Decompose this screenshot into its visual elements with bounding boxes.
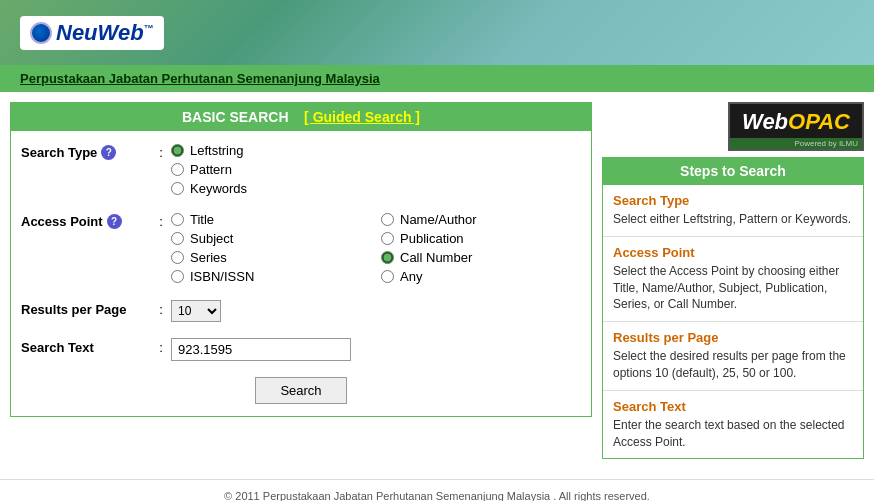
access-point-text: Access Point xyxy=(21,214,103,229)
left-panel: BASIC SEARCH [ Guided Search ] Search Ty… xyxy=(10,102,592,459)
search-type-leftstring[interactable]: Leftstring xyxy=(171,143,581,158)
guided-search-link[interactable]: [ Guided Search ] xyxy=(304,109,420,125)
footer: © 2011 Perpustakaan Jabatan Perhutanan S… xyxy=(0,479,874,501)
library-banner: Perpustakaan Jabatan Perhutanan Semenanj… xyxy=(0,65,874,92)
access-subject[interactable]: Subject xyxy=(171,231,371,246)
powered-by: Powered by ILMU xyxy=(730,138,862,149)
search-type-text: Search Type xyxy=(21,145,97,160)
web-text: Web xyxy=(742,109,788,134)
access-title[interactable]: Title xyxy=(171,212,371,227)
section-title-bar: BASIC SEARCH [ Guided Search ] xyxy=(11,103,591,131)
step-access-point: Access Point Select the Access Point by … xyxy=(603,237,863,322)
globe-icon xyxy=(30,22,52,44)
search-type-row: Search Type ? : Leftstring Patte xyxy=(21,143,581,196)
leftstring-label: Leftstring xyxy=(190,143,243,158)
step-access-point-title: Access Point xyxy=(613,245,853,260)
form-area: Search Type ? : Leftstring Patte xyxy=(11,131,591,416)
main-content: BASIC SEARCH [ Guided Search ] Search Ty… xyxy=(0,92,874,469)
results-per-page-text: Results per Page xyxy=(21,302,127,317)
any-label: Any xyxy=(400,269,422,284)
library-link[interactable]: Perpustakaan Jabatan Perhutanan Semenanj… xyxy=(20,71,380,86)
title-label: Title xyxy=(190,212,214,227)
leftstring-radio[interactable] xyxy=(171,144,184,157)
access-isbn-issn[interactable]: ISBN/ISSN xyxy=(171,269,371,284)
logo-tm: ™ xyxy=(144,22,154,33)
search-type-controls: Leftstring Pattern Keywords xyxy=(171,143,581,196)
right-panel: WebOPAC Powered by ILMU Steps to Search … xyxy=(602,102,864,459)
search-section: BASIC SEARCH [ Guided Search ] Search Ty… xyxy=(10,102,592,417)
colon-3: : xyxy=(151,300,171,317)
webopac-logo-wrapper: WebOPAC Powered by ILMU xyxy=(728,102,864,151)
name-author-label: Name/Author xyxy=(400,212,477,227)
step-search-text: Search Text Enter the search text based … xyxy=(603,391,863,459)
access-name-author[interactable]: Name/Author xyxy=(381,212,581,227)
step-search-text-title: Search Text xyxy=(613,399,853,414)
access-point-controls: Title Name/Author Subject xyxy=(171,212,581,284)
publication-label: Publication xyxy=(400,231,464,246)
keywords-label: Keywords xyxy=(190,181,247,196)
colon-1: : xyxy=(151,143,171,160)
search-type-keywords[interactable]: Keywords xyxy=(171,181,581,196)
pattern-radio[interactable] xyxy=(171,163,184,176)
access-point-grid: Title Name/Author Subject xyxy=(171,212,581,284)
search-type-pattern[interactable]: Pattern xyxy=(171,162,581,177)
search-text-row: Search Text : xyxy=(21,338,581,361)
step-search-text-desc: Enter the search text based on the selec… xyxy=(613,417,853,451)
logo-name: NeuWeb xyxy=(56,20,144,45)
search-type-help-icon[interactable]: ? xyxy=(101,145,116,160)
opac-text: OPAC xyxy=(788,109,850,134)
pattern-label: Pattern xyxy=(190,162,232,177)
step-results-per-page-desc: Select the desired results per page from… xyxy=(613,348,853,382)
isbn-issn-radio[interactable] xyxy=(171,270,184,283)
name-author-radio[interactable] xyxy=(381,213,394,226)
call-number-radio[interactable] xyxy=(381,251,394,264)
access-point-row: Access Point ? : Title Name/Auth xyxy=(21,212,581,284)
access-point-help-icon[interactable]: ? xyxy=(107,214,122,229)
isbn-issn-label: ISBN/ISSN xyxy=(190,269,254,284)
series-radio[interactable] xyxy=(171,251,184,264)
access-publication[interactable]: Publication xyxy=(381,231,581,246)
call-number-label: Call Number xyxy=(400,250,472,265)
step-search-type-title: Search Type xyxy=(613,193,853,208)
logo-text: NeuWeb™ xyxy=(56,20,154,46)
search-button[interactable]: Search xyxy=(255,377,346,404)
title-radio[interactable] xyxy=(171,213,184,226)
webopac-logo: WebOPAC xyxy=(730,104,862,138)
search-text-controls xyxy=(171,338,581,361)
results-select[interactable]: 10 25 50 100 xyxy=(171,300,221,322)
results-per-page-label: Results per Page xyxy=(21,300,151,317)
basic-search-label: BASIC SEARCH xyxy=(182,109,289,125)
access-series[interactable]: Series xyxy=(171,250,371,265)
step-results-per-page: Results per Page Select the desired resu… xyxy=(603,322,863,391)
series-label: Series xyxy=(190,250,227,265)
results-per-page-row: Results per Page : 10 25 50 100 xyxy=(21,300,581,322)
search-text-input[interactable] xyxy=(171,338,351,361)
publication-radio[interactable] xyxy=(381,232,394,245)
search-type-label: Search Type ? xyxy=(21,143,151,160)
access-any[interactable]: Any xyxy=(381,269,581,284)
keywords-radio[interactable] xyxy=(171,182,184,195)
search-text-label: Search Text xyxy=(21,338,151,355)
header: NeuWeb™ xyxy=(0,0,874,65)
search-type-radio-group: Leftstring Pattern Keywords xyxy=(171,143,581,196)
subject-radio[interactable] xyxy=(171,232,184,245)
search-text-text: Search Text xyxy=(21,340,94,355)
webopac-area: WebOPAC Powered by ILMU xyxy=(602,102,864,151)
step-access-point-desc: Select the Access Point by choosing eith… xyxy=(613,263,853,313)
results-controls: 10 25 50 100 xyxy=(171,300,581,322)
access-call-number[interactable]: Call Number xyxy=(381,250,581,265)
subject-label: Subject xyxy=(190,231,233,246)
step-search-type-desc: Select either Leftstring, Pattern or Key… xyxy=(613,211,853,228)
colon-4: : xyxy=(151,338,171,355)
step-results-per-page-title: Results per Page xyxy=(613,330,853,345)
steps-to-search: Steps to Search Search Type Select eithe… xyxy=(602,157,864,459)
logo-box: NeuWeb™ xyxy=(20,16,164,50)
step-search-type: Search Type Select either Leftstring, Pa… xyxy=(603,185,863,237)
colon-2: : xyxy=(151,212,171,229)
copyright-text: © 2011 Perpustakaan Jabatan Perhutanan S… xyxy=(224,490,650,501)
steps-content: Search Type Select either Leftstring, Pa… xyxy=(602,185,864,459)
steps-title: Steps to Search xyxy=(602,157,864,185)
search-button-row: Search xyxy=(21,377,581,404)
access-point-label: Access Point ? xyxy=(21,212,151,229)
any-radio[interactable] xyxy=(381,270,394,283)
